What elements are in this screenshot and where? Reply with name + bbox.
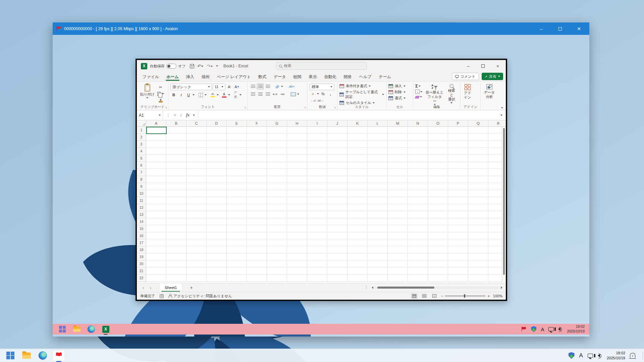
speaker-icon[interactable]: [558, 327, 560, 331]
zoom-in-button[interactable]: +: [487, 294, 489, 298]
grid-cells[interactable]: [146, 127, 506, 283]
insert-cells-button[interactable]: 挿入: [388, 84, 406, 88]
remote-explorer-button[interactable]: [72, 324, 82, 334]
sort-filter-button[interactable]: AZ 並べ替えと フィルター: [424, 83, 445, 106]
tab-review[interactable]: 校閲: [290, 72, 305, 81]
column-header-C[interactable]: C: [186, 120, 207, 126]
font-color-button[interactable]: A: [221, 92, 227, 98]
column-header-M[interactable]: M: [388, 120, 408, 126]
alignment-dialog-launcher[interactable]: ↘: [304, 106, 306, 109]
save-icon[interactable]: [190, 64, 194, 68]
phonetic-caret-icon[interactable]: [239, 94, 241, 96]
decrease-font-button[interactable]: A: [233, 84, 240, 90]
network-icon[interactable]: [588, 354, 593, 358]
tab-automate[interactable]: 自動化: [321, 72, 340, 81]
share-button[interactable]: ↗ 共有: [482, 73, 503, 80]
autosum-button[interactable]: Σ: [415, 83, 422, 88]
new-sheet-button[interactable]: +: [190, 285, 193, 290]
underline-caret-icon[interactable]: [193, 94, 195, 96]
merge-caret-icon[interactable]: [297, 94, 299, 95]
tray-flag-icon[interactable]: [521, 326, 527, 332]
tab-data[interactable]: データ: [270, 72, 290, 81]
search-box[interactable]: 検索: [276, 62, 367, 70]
host-start-button[interactable]: [4, 350, 17, 361]
excel-maximize-button[interactable]: [476, 60, 490, 72]
row-header-16[interactable]: 16: [137, 232, 146, 239]
delete-cells-button[interactable]: 削除: [388, 90, 406, 95]
expand-formula-bar-button[interactable]: [497, 110, 506, 120]
row-header-13[interactable]: 13: [137, 211, 146, 218]
italic-button[interactable]: I: [178, 92, 184, 98]
column-header-B[interactable]: B: [166, 120, 186, 126]
column-header-N[interactable]: N: [408, 120, 428, 126]
column-header-A[interactable]: A: [146, 120, 166, 126]
row-header-5[interactable]: 5: [137, 155, 146, 162]
select-all-corner[interactable]: [137, 120, 146, 126]
ime-indicator[interactable]: A: [579, 352, 583, 359]
vertical-scrollbar-thumb[interactable]: [503, 128, 505, 275]
zoom-slider[interactable]: − +: [441, 294, 490, 298]
collapse-ribbon-button[interactable]: [501, 107, 503, 109]
ime-indicator[interactable]: A: [541, 326, 544, 332]
tab-draw[interactable]: 描画: [198, 72, 213, 81]
column-header-D[interactable]: D: [207, 120, 227, 126]
analyze-data-button[interactable]: データ 分析: [483, 83, 496, 100]
host-explorer-button[interactable]: [20, 350, 33, 361]
excel-close-button[interactable]: ×: [490, 60, 505, 72]
zoom-level[interactable]: 100%: [493, 294, 502, 298]
host-clock[interactable]: 18:02 2025/10/19: [607, 351, 625, 360]
tab-home[interactable]: ホーム: [163, 72, 182, 81]
accounting-caret-icon[interactable]: [317, 93, 319, 95]
page-layout-view-button[interactable]: [421, 293, 428, 299]
excel-titlebar[interactable]: X 自動保存 オフ ↶ ↷ Book1 - Excel 検索: [137, 60, 506, 72]
tab-insert[interactable]: 挿入: [182, 72, 198, 81]
vertical-scrollbar[interactable]: [502, 127, 506, 283]
column-header-R[interactable]: R: [488, 120, 502, 126]
security-shield-icon[interactable]: [569, 352, 575, 359]
macro-record-icon[interactable]: [160, 294, 164, 298]
undo-button[interactable]: ↶: [198, 63, 204, 69]
sheet-options-icon[interactable]: ⋮: [364, 285, 368, 290]
notification-bell-icon[interactable]: z: [630, 353, 635, 358]
borders-caret-icon[interactable]: [205, 94, 207, 96]
excel-app-icon[interactable]: X: [141, 63, 147, 69]
sheet-tab-sheet1[interactable]: Sheet1: [159, 283, 182, 292]
number-dialog-launcher[interactable]: ↘: [334, 106, 336, 109]
tab-developer[interactable]: 開発: [340, 72, 356, 81]
next-sheet-button[interactable]: ›: [147, 285, 154, 290]
security-shield-icon[interactable]: [531, 326, 536, 332]
fill-button[interactable]: ↓: [415, 89, 422, 94]
row-header-6[interactable]: 6: [137, 162, 146, 169]
borders-button[interactable]: [197, 92, 204, 98]
tab-team[interactable]: チーム: [375, 72, 395, 81]
column-header-Q[interactable]: Q: [468, 120, 488, 126]
autosave-switch[interactable]: [166, 64, 176, 69]
prev-sheet-button[interactable]: ‹: [140, 285, 147, 290]
column-header-I[interactable]: I: [307, 120, 327, 126]
row-header-11[interactable]: 11: [137, 197, 146, 204]
number-format-select[interactable]: 標準: [310, 83, 334, 90]
row-header-14[interactable]: 14: [137, 218, 146, 225]
row-header-3[interactable]: 3: [137, 141, 146, 148]
avalon-close-button[interactable]: ✕: [574, 26, 584, 32]
excel-minimize-button[interactable]: –: [461, 60, 476, 72]
tab-page-layout[interactable]: ページ レイアウト: [213, 72, 255, 81]
tab-view[interactable]: 表示: [305, 72, 321, 81]
copy-button[interactable]: [157, 91, 164, 97]
accounting-format-button[interactable]: ¤: [310, 91, 316, 97]
row-header-18[interactable]: 18: [137, 246, 146, 253]
page-break-view-button[interactable]: [431, 293, 438, 299]
increase-font-button[interactable]: Aˆ: [226, 84, 233, 90]
find-select-button[interactable]: 検索と 選択: [445, 83, 458, 104]
row-header-20[interactable]: 20: [137, 260, 146, 267]
format-painter-button[interactable]: [157, 98, 164, 104]
align-right-button[interactable]: [264, 91, 271, 97]
wrap-text-button[interactable]: ab↵: [288, 83, 295, 89]
remote-edge-button[interactable]: [86, 324, 96, 334]
horizontal-scrollbar-thumb[interactable]: [377, 287, 434, 289]
remote-excel-button[interactable]: X: [101, 324, 111, 334]
conditional-formatting-button[interactable]: 条件付き書式: [339, 84, 384, 88]
avalon-titlebar[interactable]: 000000000000 - [ 29 fps ][ 2.05 Mbps ][ …: [53, 22, 589, 35]
formula-menu-icon[interactable]: ⋮: [166, 113, 170, 118]
paste-button[interactable]: 貼り付け: [139, 83, 156, 99]
